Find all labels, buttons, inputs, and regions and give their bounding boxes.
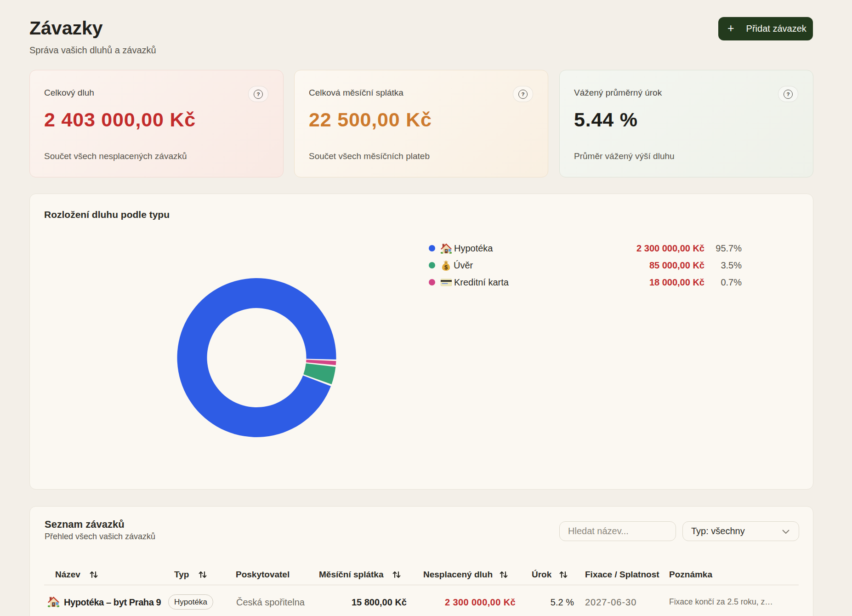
svg-text:$: $ bbox=[444, 264, 448, 271]
